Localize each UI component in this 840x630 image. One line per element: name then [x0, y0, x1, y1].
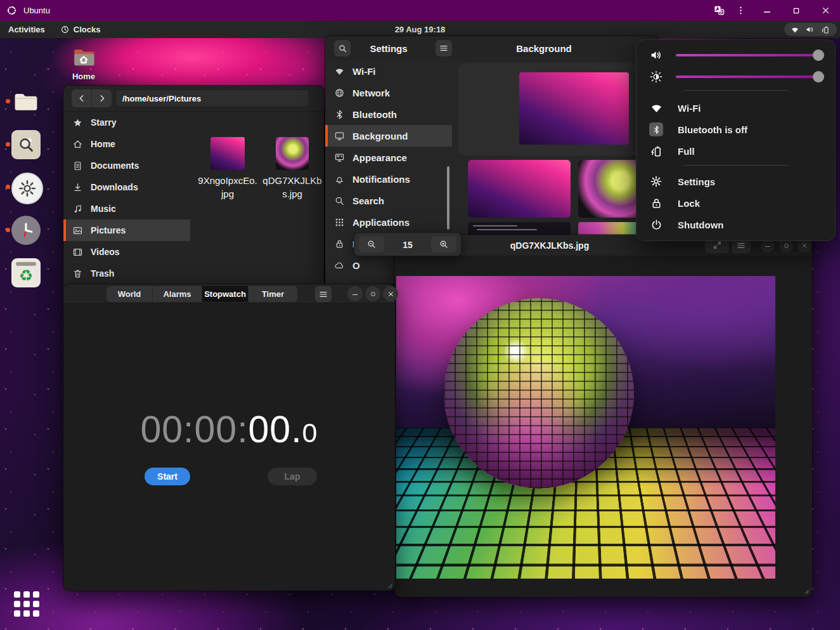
- menu-item-label: Settings: [678, 176, 715, 187]
- lap-button[interactable]: Lap: [268, 468, 317, 485]
- brightness-slider-track[interactable]: [676, 75, 820, 78]
- settings-item-label: Search: [352, 195, 384, 206]
- path-bar-input[interactable]: [115, 89, 309, 107]
- file-item[interactable]: 9XngoIpxcEo. jpg: [194, 137, 261, 200]
- sidebar-scrollbar[interactable]: [447, 166, 449, 230]
- menu-item-bluetooth[interactable]: Bluetooth is off: [636, 120, 836, 139]
- back-button[interactable]: [72, 89, 92, 107]
- stopwatch-tenths: 0: [302, 417, 318, 449]
- sidebar-item-documents[interactable]: Documents: [63, 155, 190, 176]
- clocks-maximize-button[interactable]: [365, 286, 380, 301]
- file-item[interactable]: qDG7XKJLKb s.jpg: [259, 137, 326, 200]
- sidebar-item-label: Documents: [91, 161, 139, 171]
- vm-close-button[interactable]: [811, 5, 840, 16]
- dock-trash-icon[interactable]: ♻: [11, 258, 41, 287]
- settings-item-background[interactable]: Background: [325, 125, 452, 147]
- focused-app-indicator[interactable]: Clocks: [60, 25, 101, 34]
- app-grid-button[interactable]: [14, 591, 39, 617]
- menu-item-settings[interactable]: Settings: [636, 172, 836, 191]
- sidebar-item-home[interactable]: Home: [63, 133, 190, 155]
- start-button[interactable]: Start: [145, 468, 190, 485]
- forward-button[interactable]: [92, 89, 112, 107]
- settings-menu-button[interactable]: [436, 40, 452, 56]
- file-thumbnail: [210, 137, 245, 170]
- viewer-title: qDG7XKJLKbs.jpg: [505, 235, 594, 256]
- settings-item-search[interactable]: Search: [325, 190, 452, 211]
- menu-item-shutdown[interactable]: Shutdown: [636, 215, 836, 234]
- tab-alarms[interactable]: Alarms: [153, 286, 202, 302]
- sidebar-item-videos[interactable]: Videos: [63, 241, 190, 263]
- sidebar-item-downloads[interactable]: Downloads: [63, 176, 190, 198]
- home-folder-icon: [67, 43, 100, 71]
- monitor-icon: [334, 131, 345, 141]
- dock-files-icon[interactable]: [11, 87, 41, 116]
- sidebar-item-label: Home: [91, 139, 115, 149]
- tab-timer[interactable]: Timer: [248, 286, 297, 302]
- activities-button[interactable]: Activities: [8, 25, 45, 34]
- gear-icon: [648, 173, 664, 190]
- gnome-top-bar: Activities Clocks 29 Aug 19:18: [0, 21, 840, 38]
- tab-world[interactable]: World: [107, 286, 153, 302]
- settings-item-bluetooth[interactable]: Bluetooth: [325, 103, 452, 125]
- topbar-clock[interactable]: 29 Aug 19:18: [395, 25, 446, 34]
- vm-minimize-button[interactable]: [753, 5, 782, 16]
- wallpaper-thumbnail[interactable]: [468, 222, 571, 235]
- tab-stopwatch[interactable]: Stopwatch: [202, 286, 248, 302]
- vm-maximize-button[interactable]: [782, 6, 811, 16]
- translate-icon[interactable]: [709, 4, 728, 16]
- zoom-in-button[interactable]: [431, 236, 456, 253]
- files-toolbar: [63, 86, 324, 112]
- star-icon: [72, 117, 83, 128]
- sidebar-item-starry[interactable]: Starry: [63, 112, 190, 133]
- volume-slider-knob[interactable]: [813, 49, 824, 61]
- clocks-minimize-button[interactable]: [347, 286, 363, 301]
- sidebar-item-pictures[interactable]: Pictures: [63, 220, 190, 241]
- sidebar-item-music[interactable]: Music: [63, 198, 190, 220]
- settings-item-appearance[interactable]: Appearance: [325, 147, 452, 168]
- settings-item-applications[interactable]: Applications: [325, 211, 452, 233]
- clocks-close-button[interactable]: [383, 286, 398, 301]
- menu-item-battery[interactable]: Full: [636, 141, 836, 161]
- clocks-tab-group: World Alarms Stopwatch Timer: [107, 286, 297, 302]
- settings-item-label: Background: [352, 131, 408, 141]
- lock-icon: [334, 239, 345, 249]
- document-icon: [72, 161, 83, 171]
- sidebar-item-label: Downloads: [91, 182, 138, 192]
- volume-slider-track[interactable]: [676, 54, 820, 56]
- resize-grip-icon[interactable]: [800, 585, 810, 594]
- zoom-out-button[interactable]: [359, 236, 384, 253]
- dock: ♻: [0, 38, 57, 482]
- wallpaper-thumbnail[interactable]: [468, 160, 571, 218]
- home-icon: [72, 139, 83, 150]
- clocks-menu-button[interactable]: [315, 286, 332, 302]
- files-sidebar: Starry Home Documents Downloads Music Pi…: [63, 112, 190, 289]
- selection-accent-bar: [63, 220, 66, 241]
- settings-item-wifi[interactable]: Wi-Fi: [325, 60, 452, 82]
- resize-grip-icon[interactable]: [384, 579, 393, 589]
- volume-status-icon: [805, 25, 815, 34]
- menu-item-wifi[interactable]: Wi-Fi: [636, 98, 836, 117]
- sidebar-item-label: Pictures: [91, 225, 126, 235]
- glass-sphere: [444, 298, 634, 489]
- zoom-level-value: 15: [384, 233, 431, 257]
- dock-settings-icon[interactable]: [11, 173, 43, 204]
- menu-item-lock[interactable]: Lock: [636, 194, 836, 213]
- current-wallpaper-preview: [519, 72, 629, 145]
- desktop-home-icon[interactable]: Home: [67, 43, 100, 81]
- sidebar-item-trash[interactable]: Trash: [63, 263, 190, 284]
- download-icon: [72, 182, 83, 193]
- dock-running-dot: [6, 142, 10, 147]
- settings-item-network[interactable]: Network: [325, 82, 452, 103]
- battery-icon: [648, 143, 664, 159]
- stopwatch-dot: .: [291, 408, 302, 451]
- dock-image-viewer-icon[interactable]: [11, 130, 41, 159]
- system-status-area[interactable]: [784, 23, 837, 36]
- appearance-icon: [334, 152, 345, 163]
- vm-menu-kebab-icon[interactable]: [728, 5, 753, 16]
- file-name: qDG7XKJLKb: [259, 174, 326, 187]
- brightness-slider-knob[interactable]: [813, 71, 824, 82]
- dock-clocks-icon[interactable]: [11, 216, 41, 245]
- settings-item-notifications[interactable]: Notifications: [325, 168, 452, 190]
- volume-row: [636, 46, 836, 64]
- vm-title: Ubuntu: [23, 6, 50, 15]
